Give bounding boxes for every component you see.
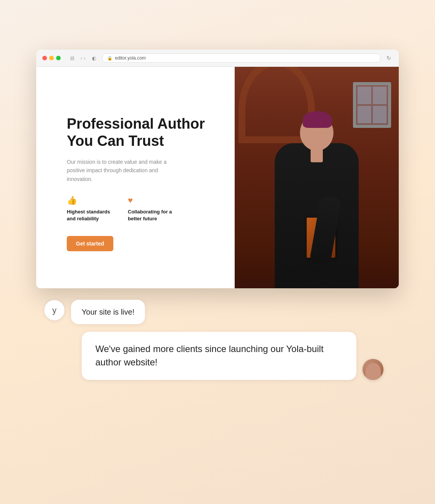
- yola-logo-letter: y: [52, 305, 56, 315]
- sidebar-toggle-icon[interactable]: ⊟: [68, 54, 76, 62]
- chat-bubble-live: Your site is live!: [71, 300, 145, 324]
- traffic-light-red[interactable]: [42, 56, 47, 60]
- chat-message-yola: y Your site is live!: [44, 300, 391, 324]
- right-panel-photo: THEDOME: [235, 67, 399, 288]
- browser-toolbar: ⊟ ‹ › ◐ 🔒 editor.yola.com ↻: [36, 50, 399, 67]
- chat-message-live-text: Your site is live!: [82, 308, 134, 316]
- brightness-icon[interactable]: ◐: [90, 54, 98, 62]
- feature-label-collaborating: Collaborating for a better future: [128, 208, 174, 222]
- lock-icon: 🔒: [107, 56, 113, 61]
- thumbs-up-icon: 👍: [67, 195, 113, 205]
- heart-icon: ♥: [128, 195, 174, 205]
- user-avatar: [362, 359, 383, 380]
- chat-bubble-testimonial: We've gained more clients since launchin…: [82, 332, 356, 380]
- user-avatar-face: [366, 363, 381, 380]
- feature-label-standards: Highest standards and reliability: [67, 208, 113, 222]
- chat-message-testimonial-text: We've gained more clients since launchin…: [95, 344, 324, 367]
- browser-content: Professional Author You Can Trust Our mi…: [36, 67, 399, 288]
- nav-arrows: ‹ ›: [81, 55, 85, 61]
- toolbar-icons: ⊟: [68, 54, 76, 62]
- address-bar[interactable]: 🔒 editor.yola.com: [102, 53, 380, 63]
- traffic-light-green[interactable]: [56, 56, 61, 60]
- person-hair: [303, 111, 332, 128]
- yola-avatar: y: [44, 300, 65, 321]
- feature-item-collaborating: ♥ Collaborating for a better future: [128, 195, 174, 222]
- back-button[interactable]: ‹: [81, 55, 82, 61]
- traffic-lights: [42, 56, 61, 60]
- window-background: [353, 82, 391, 128]
- traffic-light-yellow[interactable]: [49, 56, 54, 60]
- left-panel: Professional Author You Can Trust Our mi…: [36, 67, 235, 288]
- hero-subtitle: Our mission is to create value and make …: [67, 158, 174, 183]
- person-jacket: [275, 143, 359, 288]
- feature-item-standards: 👍 Highest standards and reliability: [67, 195, 113, 222]
- chat-section: y Your site is live! We've gained more c…: [36, 300, 399, 380]
- url-text: editor.yola.com: [115, 55, 146, 61]
- browser-window: ⊟ ‹ › ◐ 🔒 editor.yola.com ↻ Professional…: [36, 50, 399, 288]
- get-started-button[interactable]: Get started: [67, 236, 113, 251]
- features-row: 👍 Highest standards and reliability ♥ Co…: [67, 195, 216, 222]
- photo-scene: THEDOME: [235, 67, 399, 288]
- forward-button[interactable]: ›: [84, 55, 86, 61]
- refresh-button[interactable]: ↻: [385, 54, 393, 62]
- hero-title: Professional Author You Can Trust: [67, 115, 216, 150]
- chat-message-user-row: We've gained more clients since launchin…: [44, 332, 391, 380]
